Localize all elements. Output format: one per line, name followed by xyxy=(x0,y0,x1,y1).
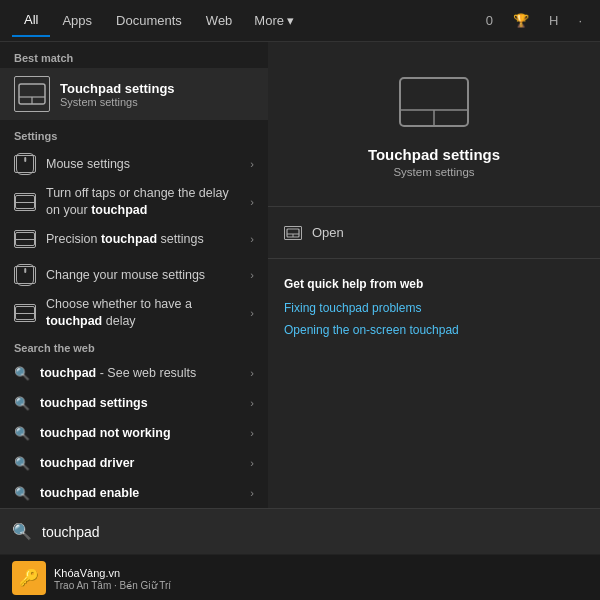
list-item-text-delay: Choose whether to have a touchpad delay xyxy=(46,296,244,329)
mouse-change-icon xyxy=(14,266,36,284)
web-item-text-1: touchpad - See web results xyxy=(40,366,244,380)
search-web-icon-1: 🔍 xyxy=(14,365,30,381)
search-icon: 🔍 xyxy=(12,522,32,541)
dot-icon: · xyxy=(572,9,588,32)
web-item-touchpad-driver[interactable]: 🔍 touchpad driver › xyxy=(0,448,268,478)
web-item-text-2: touchpad settings xyxy=(40,396,244,410)
tab-web[interactable]: Web xyxy=(194,5,245,36)
right-help-item-1[interactable]: Fixing touchpad problems xyxy=(268,297,600,319)
search-web-icon-2: 🔍 xyxy=(14,395,30,411)
arrow-icon-3: › xyxy=(250,233,254,245)
tab-documents[interactable]: Documents xyxy=(104,5,194,36)
web-item-text-4: touchpad driver xyxy=(40,456,244,470)
nav-tabs: All Apps Documents Web More ▾ 0 🏆 H · xyxy=(0,0,600,42)
touchpad-delay-icon xyxy=(14,304,36,322)
right-touchpad-icon xyxy=(394,72,474,132)
list-item-text-change-mouse: Change your mouse settings xyxy=(46,267,244,283)
web-item-touchpad-enable[interactable]: 🔍 touchpad enable › xyxy=(0,478,268,508)
open-icon xyxy=(284,226,302,240)
web-item-touchpad-settings[interactable]: 🔍 touchpad settings › xyxy=(0,388,268,418)
web-item-touchpad-not-working[interactable]: 🔍 touchpad not working › xyxy=(0,418,268,448)
list-item-mouse-settings[interactable]: Mouse settings › xyxy=(0,146,268,182)
search-input[interactable] xyxy=(42,524,588,540)
logo-tagline: Trao An Tâm · Bền Giữ Trí xyxy=(54,580,171,591)
score-icon: 0 xyxy=(480,9,499,32)
right-help-title: Get quick help from web xyxy=(268,267,600,297)
tab-more[interactable]: More ▾ xyxy=(244,5,304,36)
right-panel: Touchpad settings System settings Open G… xyxy=(268,42,600,508)
h-icon: H xyxy=(543,9,564,32)
arrow-icon-5: › xyxy=(250,307,254,319)
settings-section-title: Settings xyxy=(0,120,268,146)
right-title: Touchpad settings xyxy=(368,146,500,163)
right-divider-2 xyxy=(268,258,600,259)
arrow-icon-6: › xyxy=(250,367,254,379)
search-bar: 🔍 xyxy=(0,508,600,554)
best-match-subtitle: System settings xyxy=(60,96,175,108)
list-item-touchpad-delay[interactable]: Choose whether to have a touchpad delay … xyxy=(0,293,268,332)
main-content: Best match Touchpad settings System sett… xyxy=(0,42,600,508)
logo-text: KhóaVàng.vn Trao An Tâm · Bền Giữ Trí xyxy=(54,565,171,591)
right-subtitle: System settings xyxy=(393,166,474,178)
best-match-item[interactable]: Touchpad settings System settings xyxy=(0,68,268,120)
search-web-icon-5: 🔍 xyxy=(14,485,30,501)
logo-icon: 🔑 xyxy=(12,561,46,595)
best-match-title: Touchpad settings xyxy=(60,81,175,96)
logo-name: KhóaVàng.vn xyxy=(54,565,171,580)
list-item-change-mouse[interactable]: Change your mouse settings › xyxy=(0,257,268,293)
tab-apps[interactable]: Apps xyxy=(50,5,104,36)
right-divider-1 xyxy=(268,206,600,207)
arrow-icon: › xyxy=(250,158,254,170)
right-help-item-2[interactable]: Opening the on-screen touchpad xyxy=(268,319,600,341)
best-match-section-title: Best match xyxy=(0,42,268,68)
arrow-icon-8: › xyxy=(250,427,254,439)
arrow-icon-10: › xyxy=(250,487,254,499)
touchpad-small-icon xyxy=(14,193,36,211)
web-section-title: Search the web xyxy=(0,332,268,358)
tab-all[interactable]: All xyxy=(12,4,50,37)
logo-bar: 🔑 KhóaVàng.vn Trao An Tâm · Bền Giữ Trí xyxy=(0,554,600,600)
arrow-icon-9: › xyxy=(250,457,254,469)
right-top-area: Touchpad settings System settings xyxy=(268,42,600,198)
web-item-text-5: touchpad enable xyxy=(40,486,244,500)
list-item-turn-off-taps[interactable]: Turn off taps or change the delay on you… xyxy=(0,182,268,221)
mouse-icon xyxy=(14,155,36,173)
touchpad-icon xyxy=(14,76,50,112)
arrow-icon-2: › xyxy=(250,196,254,208)
list-item-text-mouse: Mouse settings xyxy=(46,156,244,172)
list-item-text-precision: Precision touchpad settings xyxy=(46,231,244,247)
trophy-icon: 🏆 xyxy=(507,9,535,32)
arrow-icon-4: › xyxy=(250,269,254,281)
search-window: All Apps Documents Web More ▾ 0 🏆 H · Be… xyxy=(0,0,600,600)
open-action[interactable]: Open xyxy=(268,215,600,250)
touchpad-precision-icon xyxy=(14,230,36,248)
arrow-icon-7: › xyxy=(250,397,254,409)
best-match-text: Touchpad settings System settings xyxy=(60,81,175,108)
nav-icon-area: 0 🏆 H · xyxy=(480,9,588,32)
open-label: Open xyxy=(312,225,344,240)
left-panel: Best match Touchpad settings System sett… xyxy=(0,42,268,508)
web-item-text-3: touchpad not working xyxy=(40,426,244,440)
web-item-touchpad-results[interactable]: 🔍 touchpad - See web results › xyxy=(0,358,268,388)
list-item-precision-touchpad[interactable]: Precision touchpad settings › xyxy=(0,221,268,257)
chevron-down-icon: ▾ xyxy=(287,13,294,28)
search-web-icon-3: 🔍 xyxy=(14,425,30,441)
search-web-icon-4: 🔍 xyxy=(14,455,30,471)
list-item-text-taps: Turn off taps or change the delay on you… xyxy=(46,185,244,218)
